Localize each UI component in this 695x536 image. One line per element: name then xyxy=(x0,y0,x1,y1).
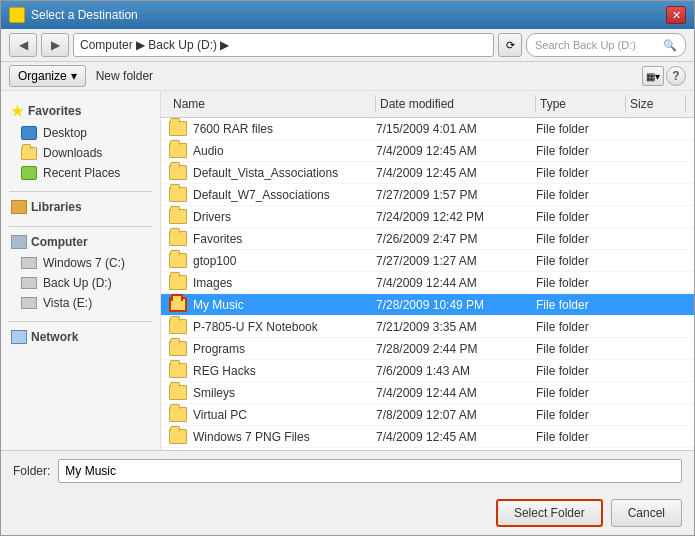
sidebar-item-desktop[interactable]: Desktop xyxy=(1,123,160,143)
folder-icon xyxy=(169,187,187,202)
list-item[interactable]: gtop1007/27/2009 1:27 AMFile folder xyxy=(161,250,694,272)
bottom-bar: Folder: xyxy=(1,450,694,491)
vista-label: Vista (E:) xyxy=(43,296,92,310)
back-button[interactable]: ◀ xyxy=(9,33,37,57)
col-date: Date modified xyxy=(376,95,536,113)
help-button[interactable]: ? xyxy=(666,66,686,86)
list-item[interactable]: 7600 RAR files7/15/2009 4:01 AMFile fold… xyxy=(161,118,694,140)
file-list: 7600 RAR files7/15/2009 4:01 AMFile fold… xyxy=(161,118,694,448)
item-name: My Music xyxy=(169,297,376,312)
list-item[interactable]: Default_W7_Associations7/27/2009 1:57 PM… xyxy=(161,184,694,206)
folder-icon xyxy=(169,121,187,136)
action-toolbar: Organize ▾ New folder ▦ ▾ ? xyxy=(1,62,694,91)
col-type: Type xyxy=(536,95,626,113)
backup-label: Back Up (D:) xyxy=(43,276,112,290)
item-name-text: Drivers xyxy=(193,210,231,224)
item-date: 7/28/2009 10:49 PM xyxy=(376,298,536,312)
computer-icon xyxy=(11,235,27,249)
list-item[interactable]: Images7/4/2009 12:44 AMFile folder xyxy=(161,272,694,294)
desktop-icon xyxy=(21,126,37,140)
item-type: File folder xyxy=(536,166,626,180)
view-toggle-button[interactable]: ▦ ▾ xyxy=(642,66,664,86)
search-box[interactable]: Search Back Up (D:) 🔍 xyxy=(526,33,686,57)
item-name: Programs xyxy=(169,341,376,356)
organize-label: Organize xyxy=(18,69,67,83)
view-buttons: ▦ ▾ ? xyxy=(642,66,686,86)
item-date: 7/4/2009 12:45 AM xyxy=(376,166,536,180)
favorites-header: ★ Favorites xyxy=(1,99,160,123)
select-folder-button[interactable]: Select Folder xyxy=(496,499,603,527)
folder-icon xyxy=(169,407,187,422)
item-date: 7/26/2009 2:47 PM xyxy=(376,232,536,246)
item-type: File folder xyxy=(536,298,626,312)
vista-drive-icon xyxy=(21,297,37,309)
forward-button[interactable]: ▶ xyxy=(41,33,69,57)
divider-2 xyxy=(9,226,152,227)
list-item[interactable]: REG Hacks7/6/2009 1:43 AMFile folder xyxy=(161,360,694,382)
button-row: Select Folder Cancel xyxy=(1,491,694,535)
folder-icon xyxy=(169,253,187,268)
item-type: File folder xyxy=(536,210,626,224)
title-icon xyxy=(9,7,25,23)
computer-label: Computer xyxy=(31,235,88,249)
list-item[interactable]: Audio7/4/2009 12:45 AMFile folder xyxy=(161,140,694,162)
view-arrow: ▾ xyxy=(655,71,660,82)
libraries-icon xyxy=(11,200,27,214)
list-item[interactable]: Windows 7 PNG Files7/4/2009 12:45 AMFile… xyxy=(161,426,694,448)
folder-input[interactable] xyxy=(58,459,682,483)
favorites-label: Favorites xyxy=(28,104,81,118)
item-name-text: Favorites xyxy=(193,232,242,246)
list-item[interactable]: Drivers7/24/2009 12:42 PMFile folder xyxy=(161,206,694,228)
recent-places-label: Recent Places xyxy=(43,166,120,180)
item-name-text: Default_Vista_Associations xyxy=(193,166,338,180)
col-name: Name xyxy=(169,95,376,113)
main-area: ★ Favorites Desktop Downloads Recent Pla… xyxy=(1,91,694,450)
downloads-folder-icon xyxy=(21,147,37,160)
item-name-text: Programs xyxy=(193,342,245,356)
sidebar-item-backup[interactable]: Back Up (D:) xyxy=(1,273,160,293)
downloads-label: Downloads xyxy=(43,146,102,160)
list-item[interactable]: My Music7/28/2009 10:49 PMFile folder xyxy=(161,294,694,316)
sidebar: ★ Favorites Desktop Downloads Recent Pla… xyxy=(1,91,161,450)
address-bar: ◀ ▶ Computer ▶ Back Up (D:) ▶ ⟳ Search B… xyxy=(1,29,694,62)
item-type: File folder xyxy=(536,144,626,158)
item-type: File folder xyxy=(536,276,626,290)
new-folder-button[interactable]: New folder xyxy=(92,65,157,87)
item-name-text: Windows 7 PNG Files xyxy=(193,430,310,444)
divider-3 xyxy=(9,321,152,322)
folder-icon xyxy=(169,275,187,290)
star-icon: ★ xyxy=(11,103,24,119)
item-name-text: Virtual PC xyxy=(193,408,247,422)
item-name-text: gtop100 xyxy=(193,254,236,268)
organize-button[interactable]: Organize ▾ xyxy=(9,65,86,87)
item-name: Audio xyxy=(169,143,376,158)
list-item[interactable]: Virtual PC7/8/2009 12:07 AMFile folder xyxy=(161,404,694,426)
item-name: Drivers xyxy=(169,209,376,224)
refresh-button[interactable]: ⟳ xyxy=(498,33,522,57)
item-name: REG Hacks xyxy=(169,363,376,378)
sidebar-item-recent-places[interactable]: Recent Places xyxy=(1,163,160,183)
close-button[interactable]: ✕ xyxy=(666,6,686,24)
breadcrumb[interactable]: Computer ▶ Back Up (D:) ▶ xyxy=(73,33,494,57)
item-date: 7/4/2009 12:44 AM xyxy=(376,386,536,400)
cancel-button[interactable]: Cancel xyxy=(611,499,682,527)
sidebar-item-downloads[interactable]: Downloads xyxy=(1,143,160,163)
list-item[interactable]: Smileys7/4/2009 12:44 AMFile folder xyxy=(161,382,694,404)
list-item[interactable]: Programs7/28/2009 2:44 PMFile folder xyxy=(161,338,694,360)
folder-icon xyxy=(169,209,187,224)
libraries-label: Libraries xyxy=(31,200,82,214)
sidebar-item-windows7[interactable]: Windows 7 (C:) xyxy=(1,253,160,273)
network-section: Network xyxy=(1,326,160,348)
item-name: Default_Vista_Associations xyxy=(169,165,376,180)
favorites-section: ★ Favorites Desktop Downloads Recent Pla… xyxy=(1,99,160,183)
network-header: Network xyxy=(1,326,160,348)
list-item[interactable]: Default_Vista_Associations7/4/2009 12:45… xyxy=(161,162,694,184)
folder-icon xyxy=(169,385,187,400)
list-item[interactable]: Favorites7/26/2009 2:47 PMFile folder xyxy=(161,228,694,250)
sidebar-item-vista[interactable]: Vista (E:) xyxy=(1,293,160,313)
title-bar: Select a Destination ✕ xyxy=(1,1,694,29)
libraries-section: Libraries xyxy=(1,196,160,218)
list-header: Name Date modified Type Size xyxy=(161,91,694,118)
item-name: P-7805-U FX Notebook xyxy=(169,319,376,334)
list-item[interactable]: P-7805-U FX Notebook7/21/2009 3:35 AMFil… xyxy=(161,316,694,338)
